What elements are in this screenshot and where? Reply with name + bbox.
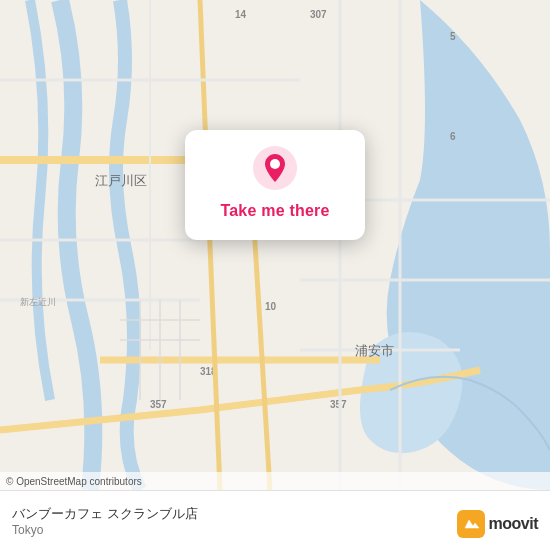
osm-attribution: © OpenStreetMap contributors [0,472,550,490]
svg-point-32 [270,159,280,169]
popup-card: Take me there [185,130,365,240]
moovit-logo: moovit [457,510,538,538]
map-container: 318 318 357 357 307 5 14 10 6 江戸川区 浦 [0,0,550,490]
take-me-there-button[interactable]: Take me there [212,198,337,224]
svg-text:5: 5 [450,31,456,42]
moovit-icon [457,510,485,538]
svg-text:6: 6 [450,131,456,142]
svg-text:14: 14 [235,9,247,20]
footer: バンブーカフェ スクランブル店 Tokyo moovit [0,490,550,550]
svg-text:浦安市: 浦安市 [355,343,394,358]
moovit-brand-text: moovit [489,515,538,533]
svg-text:江戸川区: 江戸川区 [95,173,147,188]
location-pin-icon [253,146,297,190]
svg-text:307: 307 [310,9,327,20]
svg-text:10: 10 [265,301,277,312]
osm-text: © OpenStreetMap contributors [6,476,142,487]
svg-text:新左近川: 新左近川 [20,297,56,307]
svg-text:357: 357 [150,399,167,410]
